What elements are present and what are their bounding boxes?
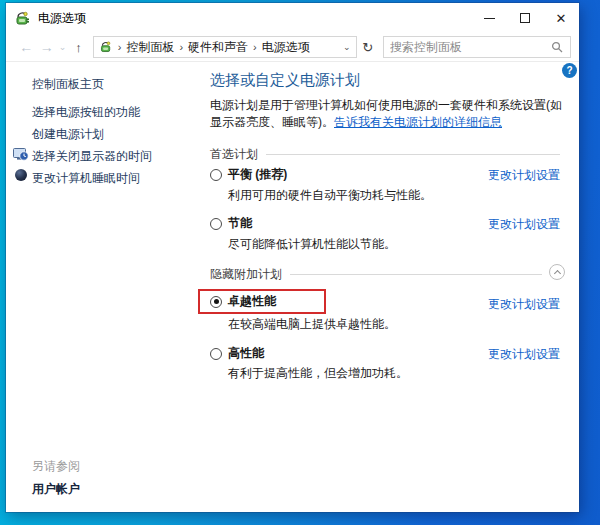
breadcrumb-separator: › [253, 41, 257, 53]
plan-row-power-saver: 节能 [210, 215, 252, 232]
plan-desc-high-performance: 有利于提高性能，但会增加功耗。 [228, 365, 408, 382]
power-options-window: 电源选项 ✕ ← → ⌄ ↑ › 控制面板 › 硬件和声音 [6, 3, 579, 512]
close-button[interactable]: ✕ [543, 3, 579, 33]
plan-row-balanced: 平衡 (推荐) [210, 166, 287, 183]
sidebar-item-sleep-time[interactable]: 更改计算机睡眠时间 [32, 170, 140, 187]
history-dropdown-icon[interactable]: ⌄ [57, 42, 68, 52]
minimize-button[interactable] [471, 3, 507, 33]
section-additional-plans: 隐藏附加计划 [210, 266, 542, 283]
page-description: 电源计划是用于管理计算机如何使用电源的一套硬件和系统设置(如显示器亮度、睡眠等)… [210, 97, 568, 131]
refresh-icon[interactable]: ↻ [357, 40, 378, 55]
plan-row-ultimate: 卓越性能 [210, 293, 276, 310]
section-divider [290, 274, 542, 275]
forward-icon[interactable]: → [37, 39, 58, 55]
maximize-icon [520, 13, 530, 23]
section-divider [266, 154, 560, 155]
change-plan-settings-link-high-performance[interactable]: 更改计划设置 [488, 346, 560, 363]
breadcrumb-dropdown-icon[interactable]: ⌄ [341, 42, 353, 52]
change-plan-settings-link-power-saver[interactable]: 更改计划设置 [488, 216, 560, 233]
breadcrumb-power-options[interactable]: 电源选项 [262, 39, 310, 56]
change-plan-settings-link-ultimate[interactable]: 更改计划设置 [488, 296, 560, 313]
radio-power-saver[interactable] [210, 218, 222, 230]
title-bar: 电源选项 ✕ [6, 3, 579, 33]
section-header-label: 首选计划 [210, 146, 258, 163]
change-plan-settings-link-balanced[interactable]: 更改计划设置 [488, 167, 560, 184]
display-clock-icon [13, 147, 29, 162]
desktop-background: 电源选项 ✕ ← → ⌄ ↑ › 控制面板 › 硬件和声音 [0, 0, 600, 525]
breadcrumb-separator: › [118, 41, 122, 53]
power-options-app-icon [14, 10, 31, 27]
plan-name-high-performance: 高性能 [228, 345, 264, 362]
section-header-label: 隐藏附加计划 [210, 266, 282, 283]
plan-name-power-saver: 节能 [228, 215, 252, 232]
breadcrumb-control-panel[interactable]: 控制面板 [126, 39, 174, 56]
breadcrumb-separator: › [179, 41, 183, 53]
sidebar-item-user-accounts[interactable]: 用户帐户 [32, 481, 80, 498]
search-input[interactable] [384, 40, 551, 54]
breadcrumb-hardware-sound[interactable]: 硬件和声音 [188, 39, 248, 56]
navigation-bar: ← → ⌄ ↑ › 控制面板 › 硬件和声音 › 电源选项 ⌄ ↻ [6, 33, 579, 62]
maximize-button[interactable] [507, 3, 543, 33]
breadcrumb: › 控制面板 › 硬件和声音 › 电源选项 ⌄ [93, 36, 358, 58]
plan-row-high-performance: 高性能 [210, 345, 264, 362]
plan-desc-balanced: 利用可用的硬件自动平衡功耗与性能。 [228, 187, 432, 204]
learn-more-link[interactable]: 告诉我有关电源计划的详细信息 [334, 115, 502, 129]
power-options-breadcrumb-icon [99, 40, 113, 54]
help-icon[interactable]: ? [562, 63, 577, 78]
plan-name-ultimate: 卓越性能 [228, 293, 276, 310]
search-icon[interactable] [551, 41, 563, 53]
sidebar-item-display-off-time[interactable]: 选择关闭显示器的时间 [32, 148, 152, 165]
page-title: 选择或自定义电源计划 [210, 71, 360, 90]
chevron-up-icon[interactable] [549, 264, 565, 280]
radio-ultimate[interactable] [210, 296, 222, 308]
back-icon[interactable]: ← [16, 39, 37, 55]
sidebar-item-create-plan[interactable]: 创建电源计划 [32, 126, 104, 143]
sidebar-item-power-buttons[interactable]: 选择电源按钮的功能 [32, 104, 140, 121]
sidebar-item-control-panel-home[interactable]: 控制面板主页 [32, 76, 104, 93]
see-also-heading: 另请参阅 [32, 458, 80, 475]
minimize-icon [484, 18, 495, 19]
search-box [383, 36, 571, 58]
radio-balanced[interactable] [210, 169, 222, 181]
plan-desc-ultimate: 在较高端电脑上提供卓越性能。 [228, 316, 396, 333]
close-icon: ✕ [556, 11, 567, 26]
plan-desc-power-saver: 尽可能降低计算机性能以节能。 [228, 236, 396, 253]
section-preferred-plans: 首选计划 [210, 146, 560, 163]
radio-high-performance[interactable] [210, 348, 222, 360]
sleep-moon-icon [14, 168, 28, 182]
up-icon[interactable]: ↑ [68, 40, 89, 55]
window-title: 电源选项 [38, 10, 471, 27]
plan-name-balanced: 平衡 (推荐) [228, 166, 287, 183]
